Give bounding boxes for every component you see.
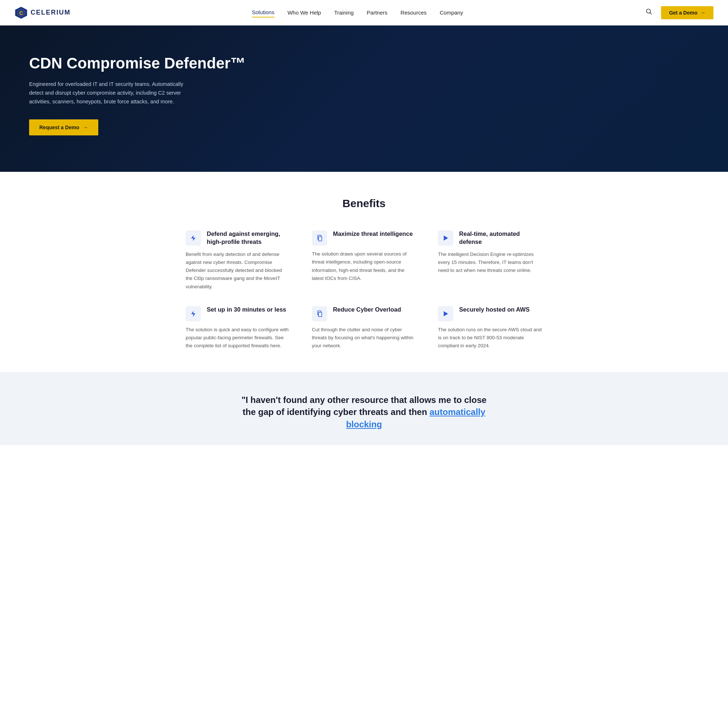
benefit-text-2: The solution draws upon several sources … xyxy=(312,250,416,283)
navbar-left: C CELERIUM xyxy=(15,6,70,19)
benefit-text-4: The solution is quick and easy to config… xyxy=(186,326,290,350)
logo-link[interactable]: C CELERIUM xyxy=(15,6,70,19)
benefits-grid: Defend against emerging, high-profile th… xyxy=(186,230,542,350)
benefit-text-6: The solution runs on the secure AWS clou… xyxy=(438,326,542,350)
nav-item-partners[interactable]: Partners xyxy=(367,8,388,17)
play-icon xyxy=(442,234,449,242)
benefit-card-threat-intelligence: Maximize threat intelligence The solutio… xyxy=(312,230,416,291)
benefit-card-aws-hosted: Securely hosted on AWS The solution runs… xyxy=(438,305,542,350)
navbar-nav: Solutions Who We Help Training Partners … xyxy=(252,8,463,17)
svg-marker-12 xyxy=(444,311,448,316)
benefit-card-setup-30min: Set up in 30 minutes or less The solutio… xyxy=(186,305,290,350)
hero-section: CDN Compromise Defender™ Engineered for … xyxy=(0,26,728,172)
svg-rect-7 xyxy=(318,237,322,241)
benefit-icon-row-3: Real-time, automated defense xyxy=(438,230,542,246)
benefits-section: Benefits Defend against emerging, high-p… xyxy=(0,172,728,372)
logo-icon: C xyxy=(15,6,28,19)
navbar: C CELERIUM Solutions Who We Help Trainin… xyxy=(0,0,728,26)
svg-line-4 xyxy=(650,13,652,15)
benefit-text-1: Benefit from early detection of and defe… xyxy=(186,251,290,291)
nav-item-company[interactable]: Company xyxy=(440,8,463,17)
logo-text: CELERIUM xyxy=(31,9,70,16)
benefit-icon-box-6 xyxy=(438,306,453,321)
copy-icon xyxy=(316,234,323,242)
benefit-icon-row-4: Set up in 30 minutes or less xyxy=(186,305,290,321)
hero-cta-button[interactable]: Request a Demo → xyxy=(29,119,98,135)
benefit-icon-row-6: Securely hosted on AWS xyxy=(438,305,542,321)
get-demo-button[interactable]: Get a Demo → xyxy=(661,6,713,19)
hero-title: CDN Compromise Defender™ xyxy=(29,55,248,72)
benefit-heading-3: Real-time, automated defense xyxy=(459,230,542,246)
search-button[interactable] xyxy=(644,7,654,18)
copy-icon-2 xyxy=(316,310,323,317)
benefit-icon-row-5: Reduce Cyber Overload xyxy=(312,305,416,321)
benefit-heading-2: Maximize threat intelligence xyxy=(333,230,413,238)
benefit-card-realtime-defense: Real-time, automated defense The intelli… xyxy=(438,230,542,291)
benefit-icon-box-4 xyxy=(186,306,201,321)
search-icon xyxy=(646,8,652,15)
benefit-icon-box-1 xyxy=(186,230,201,246)
benefit-heading-1: Defend against emerging, high-profile th… xyxy=(207,230,290,246)
get-demo-arrow: → xyxy=(700,10,705,16)
svg-marker-9 xyxy=(191,311,196,317)
nav-item-training[interactable]: Training xyxy=(334,8,354,17)
benefit-icon-box-3 xyxy=(438,230,453,246)
benefit-text-3: The intelligent Decision Engine re-optim… xyxy=(438,251,542,275)
testimonial-quote: "I haven't found any other resource that… xyxy=(237,394,491,431)
svg-marker-8 xyxy=(444,236,448,241)
lightning-icon-2 xyxy=(190,310,197,317)
benefit-heading-4: Set up in 30 minutes or less xyxy=(207,305,286,314)
play-icon-2 xyxy=(442,310,449,317)
nav-item-resources[interactable]: Resources xyxy=(401,8,427,17)
nav-item-who-we-help[interactable]: Who We Help xyxy=(288,8,321,17)
testimonial-section: "I haven't found any other resource that… xyxy=(0,372,728,445)
benefit-icon-row-1: Defend against emerging, high-profile th… xyxy=(186,230,290,246)
get-demo-label: Get a Demo xyxy=(669,10,697,16)
benefit-icon-row-2: Maximize threat intelligence xyxy=(312,230,416,246)
hero-cta-label: Request a Demo xyxy=(39,124,80,130)
svg-text:C: C xyxy=(19,10,23,16)
navbar-right: Get a Demo → xyxy=(644,6,713,19)
benefit-heading-5: Reduce Cyber Overload xyxy=(333,305,401,314)
benefit-icon-box-2 xyxy=(312,230,327,246)
nav-item-solutions[interactable]: Solutions xyxy=(252,8,274,17)
svg-marker-5 xyxy=(191,235,196,241)
benefits-title: Benefits xyxy=(22,197,706,210)
lightning-icon xyxy=(190,234,197,242)
benefit-icon-box-5 xyxy=(312,306,327,321)
benefit-card-reduce-overload: Reduce Cyber Overload Cut through the cl… xyxy=(312,305,416,350)
hero-cta-arrow: → xyxy=(83,124,88,130)
svg-rect-11 xyxy=(318,312,322,317)
benefit-text-5: Cut through the clutter and noise of cyb… xyxy=(312,326,416,350)
benefit-card-emerging-threats: Defend against emerging, high-profile th… xyxy=(186,230,290,291)
benefit-heading-6: Securely hosted on AWS xyxy=(459,305,530,314)
hero-subtitle: Engineered for overloaded IT and IT secu… xyxy=(29,80,197,106)
